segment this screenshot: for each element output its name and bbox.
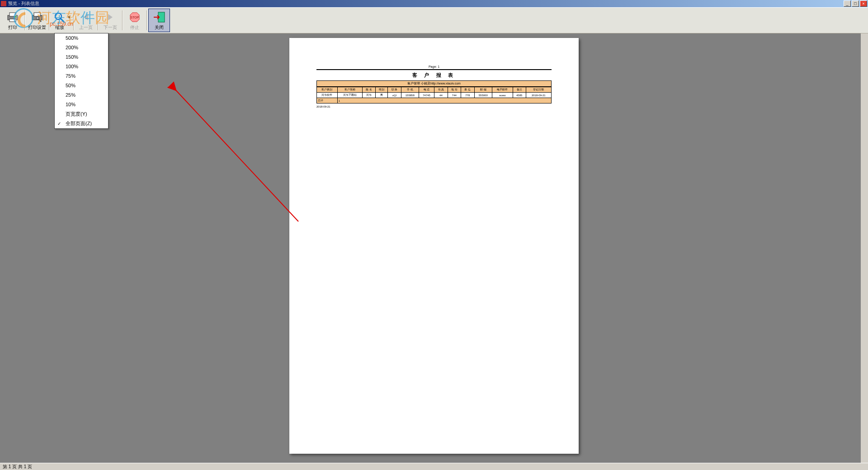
separator (24, 10, 25, 30)
total-value-cell: 1 (337, 98, 551, 103)
zoom-menu-item[interactable]: 75% (55, 71, 108, 81)
table-header-cell: 客户简称 (337, 87, 362, 93)
zoom-menu-item[interactable]: 100% (55, 62, 108, 71)
table-cell: 河东下载站 (337, 93, 362, 98)
zoom-full-page-item[interactable]: ✓全部页面(Z) (55, 119, 108, 128)
close-window-button[interactable]: × (860, 0, 867, 7)
zoom-dropdown: 500% 200% 150% 100% 75% 50% 25% 10% 页宽度(… (54, 33, 108, 129)
zoom-page-width-item[interactable]: 页宽度(Y) (55, 109, 108, 119)
prev-page-button[interactable]: 上一页 (75, 9, 97, 32)
table-header-row: 客户类别客户简称姓 名性别职 务手 机电 话传 真地 址单 位邮 编电子邮件备注… (317, 87, 552, 93)
printer-icon (6, 11, 19, 24)
table-header-cell: 邮 编 (474, 87, 492, 93)
table-cell: 778 (461, 93, 474, 98)
table-cell: 男 (376, 93, 388, 98)
separator (122, 10, 123, 30)
next-page-button[interactable]: 下一页 (99, 9, 121, 32)
table-header-cell: 性别 (376, 87, 388, 93)
table-cell: 44 (434, 93, 448, 98)
window-buttons: _ □ × (844, 0, 867, 7)
status-text: 第 1 页 共 1 页 (3, 464, 32, 469)
table-cell: 4585 (513, 93, 526, 98)
svg-point-7 (55, 13, 61, 19)
table-header-cell: 备注 (513, 87, 526, 93)
table-cell: 河东软件 (317, 93, 338, 98)
table-header-cell: 手 机 (401, 87, 419, 93)
minimize-button[interactable]: _ (844, 0, 851, 7)
zoom-button[interactable]: ▼ 缩放 (51, 9, 72, 32)
table-cell: 河东 (362, 93, 375, 98)
report-title: 客 户 报 表 (316, 72, 552, 79)
table-cell: aoaw (492, 93, 513, 98)
print-setup-label: 打印设置 (28, 24, 46, 31)
page-preview: Page: 1 客 户 报 表 客户管理 小精灵http://www.xiaoi… (289, 38, 579, 454)
table-header-cell: 姓 名 (362, 87, 375, 93)
close-preview-button[interactable]: 关闭 (148, 9, 170, 32)
table-row: 河东软件河东下载站河东男uQI1558587474544744778555000… (317, 93, 552, 98)
chevron-down-icon: ▼ (67, 15, 71, 19)
print-setup-button[interactable]: 打印设置 (26, 9, 48, 32)
app-icon (1, 1, 6, 6)
svg-rect-2 (9, 19, 16, 22)
maximize-button[interactable]: □ (852, 0, 859, 7)
table-header-cell: 传 真 (434, 87, 448, 93)
watermark-url: pc.159.cn (50, 21, 73, 27)
arrow-left-icon (80, 11, 92, 24)
stop-button[interactable]: STOP 停止 (124, 9, 146, 32)
table-cell: 155858 (401, 93, 419, 98)
svg-point-3 (15, 16, 17, 18)
toolbar: 打印 打印设置 ▼ 缩放 上一页 下一页 STOP 停止 (0, 7, 868, 33)
table-cell: 744 (448, 93, 461, 98)
svg-rect-1 (9, 13, 16, 16)
window-title: 预览 - 列表信息 (8, 0, 844, 7)
status-bar: 第 1 页 共 1 页 (0, 463, 868, 470)
print-label: 打印 (8, 24, 17, 31)
arrow-right-icon (104, 11, 117, 24)
vertical-scrollbar[interactable] (861, 33, 868, 463)
report-date: 2018-09-21 (316, 105, 552, 108)
svg-text:STOP: STOP (131, 16, 139, 19)
prev-page-label: 上一页 (79, 24, 93, 31)
exit-door-icon (153, 11, 165, 24)
table-header-cell: 客户类别 (317, 87, 338, 93)
stop-label: 停止 (130, 24, 139, 31)
print-button[interactable]: 打印 (2, 9, 24, 32)
next-page-label: 下一页 (104, 24, 117, 31)
divider (316, 69, 552, 70)
preview-workspace[interactable]: Page: 1 客 户 报 表 客户管理 小精灵http://www.xiaoi… (0, 33, 868, 463)
table-header-cell: 电子邮件 (492, 87, 513, 93)
table-header-cell: 电 话 (419, 87, 434, 93)
separator (73, 10, 74, 30)
table-header-cell: 职 务 (388, 87, 401, 93)
table-cell: 74745 (419, 93, 434, 98)
separator (98, 10, 99, 30)
table-header-cell: 单 位 (461, 87, 474, 93)
svg-rect-5 (34, 13, 40, 16)
svg-point-6 (36, 17, 39, 19)
table-cell: 555000 (474, 93, 492, 98)
table-cell: 2018-09-21 (526, 93, 551, 98)
zoom-menu-item[interactable]: 150% (55, 52, 108, 62)
table-total-row: 总计1 (317, 98, 552, 103)
check-icon: ✓ (57, 120, 61, 127)
title-bar: 预览 - 列表信息 _ □ × (0, 0, 868, 7)
zoom-menu-item[interactable]: 500% (55, 33, 108, 43)
close-preview-label: 关闭 (155, 24, 164, 31)
table-header-cell: 地 址 (448, 87, 461, 93)
separator (49, 10, 50, 30)
separator (146, 10, 147, 30)
zoom-menu-item[interactable]: 50% (55, 81, 108, 90)
report-table: 客户类别客户简称姓 名性别职 务手 机电 话传 真地 址单 位邮 编电子邮件备注… (316, 87, 552, 103)
report-subtitle: 客户管理 小精灵http://www.xiaoiv.com (316, 80, 552, 87)
page-number: Page: 1 (316, 65, 552, 68)
zoom-menu-item[interactable]: 200% (55, 43, 108, 52)
table-header-cell: 登记日期 (526, 87, 551, 93)
total-label-cell: 总计 (317, 98, 338, 103)
zoom-menu-item[interactable]: 10% (55, 100, 108, 109)
printer-wrench-icon (31, 11, 43, 24)
stop-icon: STOP (128, 11, 141, 24)
zoom-menu-item[interactable]: 25% (55, 90, 108, 100)
table-cell: uQI (388, 93, 401, 98)
